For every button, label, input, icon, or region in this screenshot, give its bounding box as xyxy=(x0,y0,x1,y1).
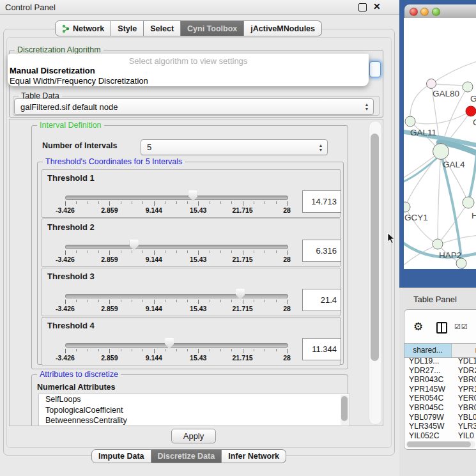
node-gcy1[interactable] xyxy=(404,202,410,212)
table-row[interactable]: YBR043CYBR0 xyxy=(404,375,476,385)
table-row[interactable]: YDR27...YDR2 xyxy=(404,366,476,376)
minimize-traffic-light[interactable] xyxy=(420,8,429,16)
cell: YBL079W xyxy=(404,413,454,422)
node-h[interactable] xyxy=(463,197,474,208)
tab-select[interactable]: Select xyxy=(144,20,181,36)
cell: YDR27... xyxy=(404,366,454,376)
tab-label: Discretize Data xyxy=(158,452,215,461)
checkboxes-icon[interactable]: ☑☑ xyxy=(454,323,468,331)
network-window-titlebar xyxy=(404,4,476,19)
list-item[interactable]: BetweennessCentrality xyxy=(39,415,349,426)
combobox-value: 5 xyxy=(141,142,316,152)
table-row[interactable]: YLR345WYLR3 xyxy=(404,422,476,431)
list-item[interactable]: TopologicalCoefficient xyxy=(39,405,349,416)
network-graph: GAL80 G C GAL11 GAL4 GCY1 H HAP2 xyxy=(404,18,476,269)
threshold-label: Threshold 2 xyxy=(47,222,95,232)
num-intervals-combobox[interactable]: 5 ▲▼ xyxy=(141,139,328,155)
slider-track[interactable] xyxy=(65,343,288,348)
screenshot-root: Control Panel ✕ Network Style Select Cyn… xyxy=(0,0,476,476)
close-traffic-light[interactable] xyxy=(410,8,418,16)
algorithm-combobox-stepper[interactable] xyxy=(369,61,381,77)
node-gal11[interactable] xyxy=(405,116,415,127)
node-red-selected[interactable] xyxy=(466,106,476,116)
cell: YBR0 xyxy=(454,403,476,413)
settings-scrollbar[interactable] xyxy=(369,121,382,425)
tab-network[interactable]: Network xyxy=(55,20,111,36)
combobox-stepper-icon: ▲▼ xyxy=(316,143,327,152)
panel-title: Control Panel xyxy=(5,3,56,12)
node-gal4[interactable] xyxy=(433,144,449,160)
table-header-row: shared... n xyxy=(404,343,476,358)
tab-jactivemnodules[interactable]: jActiveMNodules xyxy=(244,20,322,36)
cell: YER0 xyxy=(454,394,476,403)
cell: YER054C xyxy=(404,394,454,403)
tab-label: Network xyxy=(73,24,104,33)
table-row[interactable]: YBR045CYBR0 xyxy=(404,403,476,413)
table-row[interactable]: YIL052CYIL0 xyxy=(404,431,476,441)
apply-button[interactable]: Apply xyxy=(171,429,216,443)
tab-style[interactable]: Style xyxy=(111,20,144,36)
split-columns-icon[interactable] xyxy=(436,322,447,334)
tab-label: Impute Data xyxy=(98,452,144,461)
dropdown-option-equal-width[interactable]: Equal Width/Frequency Discretization xyxy=(10,76,148,86)
cell: YBR045C xyxy=(404,403,454,413)
threshold-value-field[interactable]: 14.713 xyxy=(302,190,341,213)
list-item[interactable]: SelfLoops xyxy=(39,394,349,405)
table-row[interactable]: YPR145WYPR1 xyxy=(404,385,476,394)
cell: YLR345W xyxy=(404,422,454,431)
settings-scrollbar-thumb[interactable] xyxy=(371,134,379,361)
threshold-value-field[interactable]: 11.344 xyxy=(302,338,341,360)
cell: YPR1 xyxy=(454,385,476,394)
node-label: C xyxy=(473,118,476,127)
tab-label: Cyni Toolbox xyxy=(187,24,237,33)
threshold-2-panel: Threshold 2 -3.4262.8599.14415.4321.7152… xyxy=(42,219,341,267)
list-scrollbar-thumb[interactable] xyxy=(341,396,348,421)
group-title: Interval Definition xyxy=(37,121,104,130)
threshold-value-field[interactable]: 21.4 xyxy=(302,289,341,311)
network-canvas[interactable]: GAL80 G C GAL11 GAL4 GCY1 H HAP2 xyxy=(404,18,476,269)
mouse-cursor xyxy=(387,233,395,244)
cell: YIL0 xyxy=(454,431,476,441)
node-gal80[interactable] xyxy=(427,79,436,89)
interval-definition-group: Interval Definition Number of Intervals … xyxy=(31,125,348,369)
algorithm-dropdown-popup: Select algorithm to view settings Manual… xyxy=(8,54,369,86)
table-row[interactable]: YDL19...YDL1 xyxy=(404,357,476,366)
table-panel-window: ⚙ ☑☑ shared... n YDL19...YDL1 YDR27...YD… xyxy=(404,309,476,450)
slider-track[interactable] xyxy=(65,196,288,200)
combobox-value: galFiltered.sif default node xyxy=(15,102,362,112)
tab-infer-network[interactable]: Infer Network xyxy=(222,449,286,463)
dropdown-prompt: Select algorithm to view settings xyxy=(8,56,369,66)
column-header-shared[interactable]: shared... xyxy=(404,344,452,357)
slider-track[interactable] xyxy=(65,294,288,298)
cell: YBR0 xyxy=(454,375,476,385)
threshold-label: Threshold 4 xyxy=(47,321,95,330)
table-row[interactable]: YER054CYER0 xyxy=(404,394,476,403)
table-hscrollbar[interactable] xyxy=(406,441,475,448)
node-label: H xyxy=(472,211,476,220)
tab-discretize-data[interactable]: Discretize Data xyxy=(151,449,222,463)
tab-label: Infer Network xyxy=(228,452,279,461)
float-window-icon[interactable] xyxy=(358,3,367,12)
column-header-name[interactable]: n xyxy=(452,344,476,357)
dropdown-option-manual[interactable]: Manual Discretization xyxy=(10,66,95,75)
table-row[interactable]: YBL079WYBL0 xyxy=(404,413,476,422)
cell: YDR2 xyxy=(454,366,476,376)
threshold-value-field[interactable]: 6.316 xyxy=(302,240,341,262)
settings-scroll-area: Interval Definition Number of Intervals … xyxy=(9,119,383,426)
table-hscrollbar-thumb[interactable] xyxy=(407,441,471,447)
node-hap2[interactable] xyxy=(433,239,443,249)
cyni-bottom-tabbar: Impute Data Discretize Data Infer Networ… xyxy=(91,449,286,463)
tab-label: jActiveMNodules xyxy=(250,24,315,33)
node-top-right[interactable] xyxy=(463,82,473,92)
close-icon[interactable]: ✕ xyxy=(373,1,381,12)
list-scrollbar[interactable] xyxy=(341,395,349,425)
tab-cyni-toolbox[interactable]: Cyni Toolbox xyxy=(181,20,244,36)
table-data-combobox[interactable]: galFiltered.sif default node ▲▼ xyxy=(14,98,374,115)
threshold-1-panel: Threshold 1 -3.4262.8599.14415.4321.7152… xyxy=(42,169,341,218)
zoom-traffic-light[interactable] xyxy=(432,8,440,16)
control-panel-titlebar: Control Panel ✕ xyxy=(0,0,399,15)
slider-track[interactable] xyxy=(65,245,288,249)
gear-icon[interactable]: ⚙ xyxy=(413,320,423,334)
tab-impute-data[interactable]: Impute Data xyxy=(91,449,151,463)
threshold-label: Threshold 1 xyxy=(47,173,95,183)
